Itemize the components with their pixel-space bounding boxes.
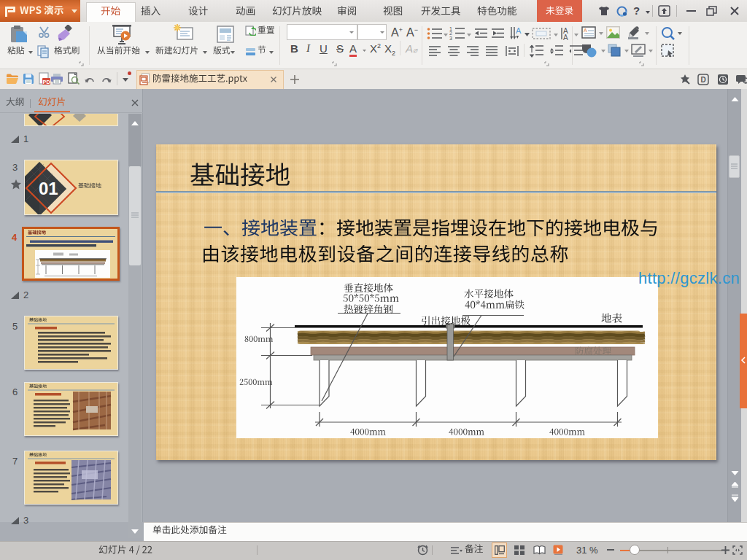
svg-text:A: A: [584, 28, 587, 33]
svg-text:D: D: [701, 76, 706, 84]
svg-text:A: A: [516, 26, 522, 35]
svg-text:3: 3: [449, 36, 452, 41]
svg-text:PD: PD: [43, 79, 51, 85]
svg-text:A: A: [563, 34, 568, 40]
svg-text:01: 01: [39, 179, 58, 198]
